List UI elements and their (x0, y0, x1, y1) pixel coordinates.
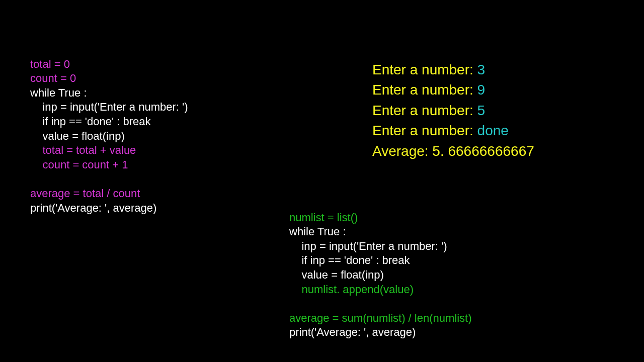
slide: total = 0 count = 0 while True : inp = i… (0, 0, 644, 362)
output-line: Enter a number: 5 (372, 103, 485, 118)
code-line: if inp == 'done' : break (30, 115, 151, 128)
code-block-right: numlist = list() while True : inp = inpu… (289, 196, 472, 354)
program-output: Enter a number: 3 Enter a number: 9 Ente… (372, 39, 534, 182)
output-avg-label: Average: (372, 143, 432, 159)
code-block-left: total = 0 count = 0 while True : inp = i… (30, 43, 188, 230)
output-value: 9 (477, 82, 486, 98)
code-line: print('Average: ', average) (289, 326, 416, 338)
code-line: if inp == 'done' : break (289, 254, 410, 266)
code-line: count = count + 1 (30, 158, 128, 171)
code-line: while True : (30, 86, 87, 99)
code-line: total = total + value (30, 144, 136, 156)
output-prompt: Enter a number: (372, 82, 477, 98)
output-prompt: Enter a number: (372, 123, 477, 138)
output-line: Average: 5. 66666666667 (372, 143, 534, 159)
code-line: value = float(inp) (30, 130, 125, 142)
code-line: numlist = list() (289, 211, 358, 224)
output-value: 3 (477, 62, 486, 77)
code-line: while True : (289, 225, 346, 238)
output-prompt: Enter a number: (372, 62, 477, 77)
output-value: 5 (477, 103, 486, 118)
code-line: average = sum(numlist) / len(numlist) (289, 312, 472, 324)
output-avg-value: 5. 66666666667 (432, 143, 534, 159)
code-line: count = 0 (30, 72, 76, 84)
code-line: average = total / count (30, 187, 140, 200)
code-line: numlist. append(value) (289, 283, 414, 296)
code-line: print('Average: ', average) (30, 202, 156, 214)
code-line: inp = input('Enter a number: ') (289, 240, 447, 252)
code-line: total = 0 (30, 58, 70, 70)
code-line: inp = input('Enter a number: ') (30, 101, 188, 113)
output-line: Enter a number: 3 (372, 62, 485, 77)
output-prompt: Enter a number: (372, 103, 477, 118)
output-line: Enter a number: 9 (372, 82, 485, 98)
output-value: done (477, 123, 509, 138)
output-line: Enter a number: done (372, 123, 509, 138)
code-line: value = float(inp) (289, 268, 384, 281)
